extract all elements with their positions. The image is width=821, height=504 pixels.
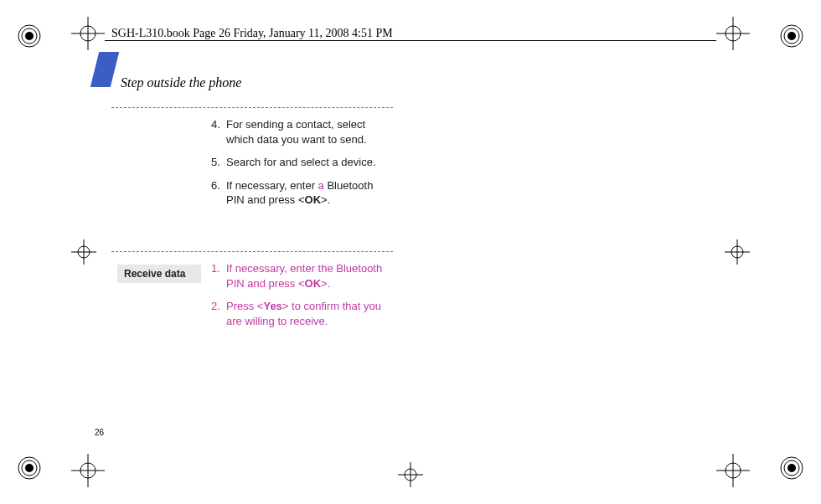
crop-mark-icon bbox=[71, 454, 105, 487]
divider bbox=[111, 107, 393, 108]
step-text: For sending a contact, select which data… bbox=[226, 117, 392, 147]
crop-mark-icon bbox=[398, 462, 423, 487]
section-title: Step outside the phone bbox=[121, 75, 241, 90]
step-item: 2. Press <Yes> to confirm that you are w… bbox=[211, 299, 392, 328]
step-text: If necessary, enter a Bluetooth PIN and … bbox=[226, 178, 392, 208]
crop-mark-icon bbox=[725, 239, 750, 265]
step-number: 1. bbox=[211, 261, 226, 291]
svg-point-2 bbox=[25, 32, 34, 40]
header-rule bbox=[105, 40, 716, 41]
step-item: 1. If necessary, enter the Bluetooth PIN… bbox=[211, 261, 392, 291]
step-item: 6. If necessary, enter a Bluetooth PIN a… bbox=[211, 178, 392, 208]
side-label: Receive data bbox=[117, 265, 201, 283]
step-item: 4. For sending a contact, select which d… bbox=[211, 117, 392, 147]
crop-mark-icon bbox=[716, 17, 750, 50]
step-number: 2. bbox=[211, 299, 226, 328]
softkey-label: OK bbox=[305, 193, 322, 206]
registration-mark-icon bbox=[17, 455, 42, 481]
step-number: 4. bbox=[211, 117, 226, 147]
page-number: 26 bbox=[95, 428, 104, 437]
softkey-label: OK bbox=[305, 277, 322, 290]
registration-mark-icon bbox=[779, 23, 804, 49]
document-header: SGH-L310.book Page 26 Friday, January 11… bbox=[111, 27, 393, 40]
svg-point-5 bbox=[787, 32, 796, 40]
section-tab-icon bbox=[90, 52, 119, 87]
softkey-label: Yes bbox=[263, 300, 281, 312]
crop-mark-icon bbox=[716, 454, 750, 487]
step-text: Search for and select a device. bbox=[226, 155, 392, 170]
step-list: 4. For sending a contact, select which d… bbox=[211, 117, 392, 216]
crop-mark-icon bbox=[71, 239, 96, 265]
step-list: 1. If necessary, enter the Bluetooth PIN… bbox=[211, 261, 392, 337]
divider bbox=[111, 251, 393, 252]
svg-point-8 bbox=[25, 464, 34, 472]
change-mark: a bbox=[318, 179, 324, 192]
crop-mark-icon bbox=[71, 17, 105, 50]
registration-mark-icon bbox=[779, 455, 804, 481]
step-text: Press <Yes> to confirm that you are will… bbox=[226, 299, 392, 328]
step-text: If necessary, enter the Bluetooth PIN an… bbox=[226, 261, 392, 291]
step-number: 5. bbox=[211, 155, 226, 170]
svg-point-11 bbox=[787, 464, 796, 472]
registration-mark-icon bbox=[17, 23, 42, 49]
step-item: 5. Search for and select a device. bbox=[211, 155, 392, 170]
step-number: 6. bbox=[211, 178, 226, 208]
